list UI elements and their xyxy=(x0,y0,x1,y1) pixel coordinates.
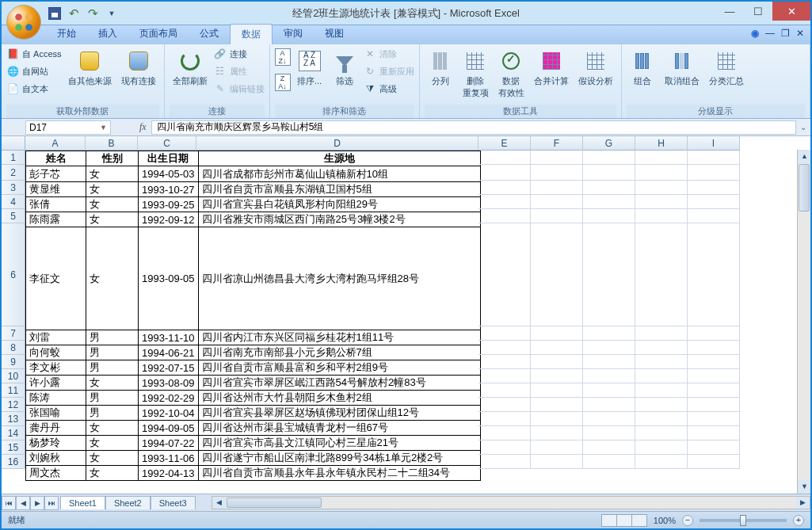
cell[interactable] xyxy=(531,326,583,341)
cell[interactable]: 四川省自贡市富顺县永年县永年镇永民村二十二组34号 xyxy=(198,466,480,481)
cell[interactable]: 杨梦玲 xyxy=(26,436,86,451)
from-web-button[interactable]: 🌐自网站 xyxy=(6,63,62,79)
cell[interactable]: 女 xyxy=(86,182,139,197)
cell[interactable] xyxy=(635,369,688,383)
cell[interactable] xyxy=(478,412,531,426)
row-head-9[interactable]: 9 xyxy=(2,355,25,369)
cell[interactable] xyxy=(478,369,531,383)
cell[interactable]: 1993-11-06 xyxy=(139,451,199,466)
col-head-G[interactable]: G xyxy=(583,136,635,151)
row-head-4[interactable]: 4 xyxy=(2,195,25,209)
header-cell[interactable]: 生源地 xyxy=(198,151,480,166)
hscroll-thumb[interactable] xyxy=(227,498,322,508)
cell[interactable] xyxy=(531,151,583,165)
cell[interactable] xyxy=(583,412,635,426)
cell[interactable] xyxy=(688,195,740,209)
cell[interactable] xyxy=(478,341,531,355)
cell[interactable]: 四川省宜宾市高县文江镇同心村三星庙21号 xyxy=(198,436,480,451)
cell[interactable] xyxy=(531,181,583,195)
data-validation-button[interactable]: 数据 有效性 xyxy=(495,46,528,101)
worksheet-grid[interactable]: ABCDEFGHI 12345678910111213141516 姓名性别出生… xyxy=(2,136,810,494)
cell[interactable]: 四川省宜宾县白花镇凤形村向阳组29号 xyxy=(198,197,480,212)
page-layout-view-button[interactable] xyxy=(616,514,632,527)
cell[interactable]: 1994-05-03 xyxy=(139,166,199,182)
ribbon-tab-6[interactable]: 视图 xyxy=(314,24,355,44)
refresh-all-button[interactable]: 全部刷新 xyxy=(170,46,211,90)
cell[interactable] xyxy=(583,355,635,369)
cell[interactable]: 1993-10-27 xyxy=(139,182,199,197)
cell[interactable]: 彭子芯 xyxy=(26,166,86,182)
sheet-prev-button[interactable]: ◀ xyxy=(16,496,30,510)
header-cell[interactable]: 性别 xyxy=(86,151,139,166)
cell[interactable] xyxy=(635,412,688,426)
cell[interactable]: 女 xyxy=(86,166,139,182)
chevron-down-icon[interactable]: ▼ xyxy=(100,124,107,132)
cell[interactable] xyxy=(635,440,688,455)
office-button[interactable] xyxy=(6,5,41,40)
ribbon-tab-0[interactable]: 开始 xyxy=(46,24,87,44)
cell[interactable]: 刘雷 xyxy=(26,330,86,345)
zoom-level[interactable]: 100% xyxy=(654,516,676,525)
cell[interactable]: 四川省雅安市雨城区西门南路25号3幢3楼2号 xyxy=(198,212,480,227)
cell[interactable]: 男 xyxy=(86,406,139,421)
cell[interactable] xyxy=(478,455,531,469)
cell[interactable]: 1994-07-22 xyxy=(139,436,199,451)
cell[interactable] xyxy=(583,369,635,383)
cell[interactable]: 1992-09-12 xyxy=(139,212,199,227)
cell[interactable]: 周文杰 xyxy=(26,466,86,481)
cell[interactable] xyxy=(635,398,688,412)
cell[interactable] xyxy=(531,369,583,383)
cell[interactable] xyxy=(478,440,531,455)
cell[interactable] xyxy=(531,195,583,209)
sheet-next-button[interactable]: ▶ xyxy=(30,496,44,510)
cell[interactable] xyxy=(688,151,740,165)
cell[interactable] xyxy=(635,165,688,181)
cell[interactable] xyxy=(583,426,635,440)
cell[interactable]: 1992-04-13 xyxy=(139,466,199,481)
sheet-tab-Sheet1[interactable]: Sheet1 xyxy=(60,496,105,509)
subtotal-button[interactable]: 分类汇总 xyxy=(706,46,747,90)
cell[interactable] xyxy=(635,151,688,165)
name-box[interactable]: D17 ▼ xyxy=(25,120,111,135)
cell[interactable] xyxy=(583,209,635,223)
cell[interactable] xyxy=(478,209,531,223)
cell[interactable]: 1993-09-05 xyxy=(139,227,199,330)
row-head-13[interactable]: 13 xyxy=(2,412,25,426)
cell[interactable] xyxy=(635,223,688,326)
cell[interactable] xyxy=(583,341,635,355)
cell[interactable] xyxy=(583,326,635,341)
normal-view-button[interactable] xyxy=(601,514,617,527)
from-text-button[interactable]: 📄自文本 xyxy=(6,81,62,97)
cell[interactable]: 四川省内江市东兴区同福乡桂花村1组11号 xyxy=(198,330,480,345)
col-head-F[interactable]: F xyxy=(531,136,583,151)
cells-area[interactable]: 姓名性别出生日期生源地彭子芯女1994-05-03四川省成都市彭州市葛仙山镇楠新… xyxy=(25,151,481,481)
cell[interactable]: 四川省自贡市富顺县东湖镇卫国村5组 xyxy=(198,182,480,197)
text-to-columns-button[interactable]: 分列 xyxy=(425,46,456,90)
scroll-left-button[interactable]: ◀ xyxy=(212,497,226,509)
reapply-button[interactable]: ↻重新应用 xyxy=(364,63,414,79)
cell[interactable] xyxy=(531,355,583,369)
cell[interactable]: 四川省宜宾县翠屏区赵场镇佛现村团保山组12号 xyxy=(198,406,480,421)
cell[interactable] xyxy=(531,426,583,440)
cell[interactable]: 女 xyxy=(86,227,139,330)
connections-button[interactable]: 🔗连接 xyxy=(214,46,265,62)
undo-button[interactable]: ↶ xyxy=(65,5,82,22)
cell[interactable] xyxy=(478,165,531,181)
cell[interactable]: 刘婉秋 xyxy=(26,451,86,466)
row-head-14[interactable]: 14 xyxy=(2,426,25,440)
cell[interactable] xyxy=(635,455,688,469)
cell[interactable] xyxy=(688,355,740,369)
cell[interactable] xyxy=(583,398,635,412)
zoom-slider[interactable] xyxy=(700,519,787,522)
scroll-up-button[interactable]: ▲ xyxy=(798,150,810,163)
cell[interactable] xyxy=(688,383,740,398)
cell[interactable] xyxy=(583,223,635,326)
cell[interactable] xyxy=(478,426,531,440)
cell[interactable]: 龚丹丹 xyxy=(26,421,86,436)
cell[interactable] xyxy=(478,383,531,398)
cell[interactable] xyxy=(531,383,583,398)
close-button[interactable]: ✕ xyxy=(772,2,810,21)
col-head-H[interactable]: H xyxy=(635,136,688,151)
cell[interactable] xyxy=(635,355,688,369)
cell[interactable] xyxy=(478,195,531,209)
